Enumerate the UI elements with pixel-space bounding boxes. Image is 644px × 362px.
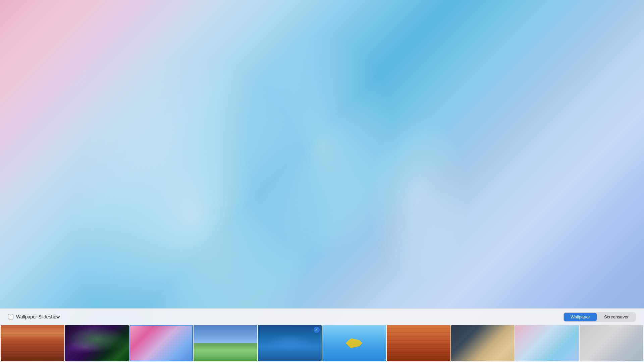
wallpaper-screensaver-tabs: Wallpaper Screensaver bbox=[563, 312, 636, 322]
thumbnail-canyon2[interactable] bbox=[387, 325, 450, 361]
thumbnail-abstract-selected[interactable]: Desktop Loc...een Both bbox=[129, 325, 193, 361]
tab-screensaver[interactable]: Screensaver bbox=[597, 313, 635, 321]
tab-wallpaper[interactable]: Wallpaper bbox=[564, 313, 597, 321]
thumbnail-dunes[interactable] bbox=[451, 325, 515, 361]
panel-topbar: Wallpaper Slideshow Wallpaper Screensave… bbox=[0, 309, 644, 325]
thumbnail-fish[interactable] bbox=[322, 325, 386, 361]
thumbnail-whale[interactable] bbox=[258, 325, 322, 361]
desktop-background bbox=[0, 0, 644, 362]
selected-indicator bbox=[314, 327, 320, 333]
thumbnail-landscape[interactable] bbox=[194, 325, 257, 361]
thumbnail-aurora[interactable] bbox=[65, 325, 129, 361]
thumbnails-strip: Desktop Loc...een Both bbox=[0, 325, 644, 362]
thumbnail-current-wallpaper[interactable] bbox=[515, 325, 579, 361]
slideshow-label: Wallpaper Slideshow bbox=[16, 314, 60, 319]
thumbnail-canyon1[interactable] bbox=[1, 325, 64, 361]
slideshow-checkbox-area: Wallpaper Slideshow bbox=[8, 314, 60, 319]
slideshow-checkbox[interactable] bbox=[8, 314, 13, 319]
wallpaper-panel: Wallpaper Slideshow Wallpaper Screensave… bbox=[0, 308, 644, 362]
thumbnail-bird[interactable] bbox=[580, 325, 643, 361]
